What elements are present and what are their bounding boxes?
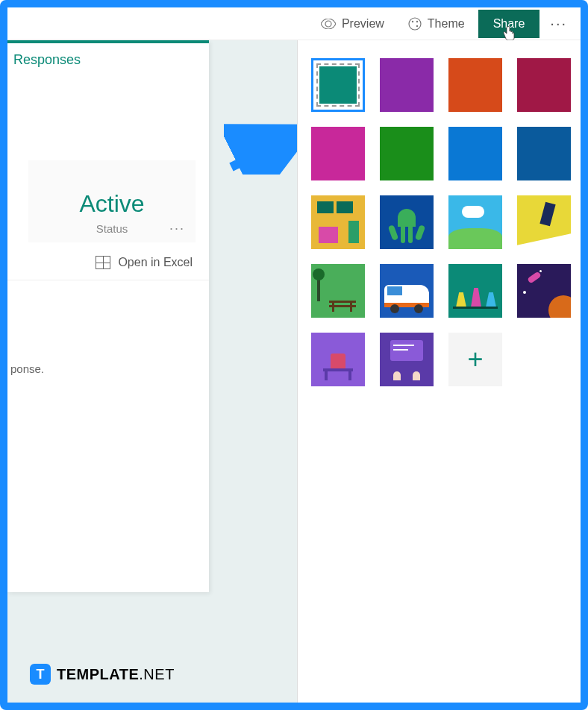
theme-add-button[interactable]: + — [448, 333, 502, 386]
watermark-text: TEMPLATE.NET — [57, 666, 175, 683]
theme-illus-chemistry[interactable] — [448, 264, 502, 318]
theme-color-teal[interactable] — [311, 58, 365, 112]
theme-color-crimson[interactable] — [517, 58, 571, 112]
theme-illus-van[interactable] — [380, 264, 434, 318]
theme-panel: + — [297, 40, 581, 703]
theme-illus-snowboard[interactable] — [517, 195, 571, 249]
theme-grid: + — [311, 58, 567, 386]
app-frame: Preview Theme Share ··· Responses Active… — [0, 0, 588, 710]
excel-icon — [96, 256, 110, 269]
theme-illus-octopus[interactable] — [380, 195, 434, 249]
theme-illus-cloud[interactable] — [448, 195, 502, 249]
theme-illus-park[interactable] — [311, 264, 365, 318]
svg-point-1 — [412, 20, 413, 22]
svg-point-2 — [416, 20, 418, 22]
main-area: Responses Active Status ··· Open in Exce… — [7, 40, 581, 703]
status-value: Active — [36, 190, 188, 218]
svg-point-3 — [416, 25, 418, 26]
svg-point-0 — [409, 18, 421, 30]
tab-responses[interactable]: Responses — [7, 52, 209, 68]
responses-panel: Responses Active Status ··· Open in Exce… — [7, 40, 209, 592]
theme-illus-desk[interactable] — [311, 333, 365, 386]
theme-color-magenta[interactable] — [311, 127, 365, 180]
theme-color-orange[interactable] — [448, 58, 502, 112]
theme-color-darkblue[interactable] — [517, 127, 571, 180]
card-more-button[interactable]: ··· — [169, 221, 185, 236]
theme-color-purple[interactable] — [380, 58, 434, 112]
status-card: Active Status ··· — [28, 160, 196, 242]
theme-illus-presentation[interactable] — [380, 333, 434, 386]
share-button[interactable]: Share — [478, 10, 540, 38]
more-button[interactable]: ··· — [542, 10, 575, 37]
theme-color-green[interactable] — [380, 127, 434, 180]
theme-label: Theme — [428, 17, 465, 31]
open-excel-label: Open in Excel — [118, 256, 193, 269]
tab-bar: Responses — [7, 40, 209, 78]
watermark-badge: T — [30, 664, 51, 685]
plus-icon: + — [467, 344, 483, 375]
eye-icon — [321, 19, 336, 29]
watermark: T TEMPLATE.NET — [30, 664, 175, 685]
open-in-excel-button[interactable]: Open in Excel — [7, 242, 209, 280]
theme-color-blue[interactable] — [448, 127, 502, 180]
theme-illus-room[interactable] — [311, 195, 365, 249]
response-fragment: ponse. — [7, 280, 209, 375]
preview-button[interactable]: Preview — [310, 13, 395, 35]
preview-label: Preview — [342, 17, 384, 31]
theme-button[interactable]: Theme — [398, 13, 475, 35]
theme-illus-space[interactable] — [517, 264, 571, 318]
toolbar: Preview Theme Share ··· — [7, 7, 581, 40]
status-label: Status — [36, 222, 188, 235]
palette-icon — [408, 17, 422, 31]
